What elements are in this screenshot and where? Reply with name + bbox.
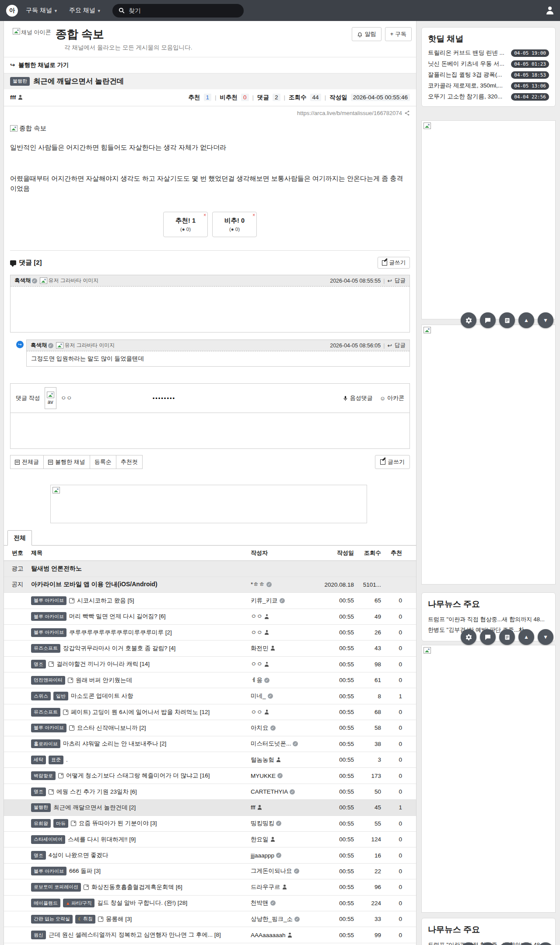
close-icon[interactable]: ×	[203, 213, 206, 217]
post-author[interactable]: 그게돈이되나요	[251, 867, 316, 875]
post-author[interactable]: 한요일	[251, 836, 316, 844]
channel-badge[interactable]: 명조	[31, 788, 46, 796]
post-author[interactable]: 미네_	[251, 692, 316, 700]
table-row[interactable]: 메이플랜드▲파티/구직길드 창설 알바 구합니다. (완!) [28]천박맨00…	[4, 896, 416, 911]
scroll-up-button[interactable]: ▲	[518, 629, 534, 645]
channel-badge[interactable]: 마듀	[53, 819, 68, 828]
goto-channel-link[interactable]: ↪ 불행한 채널로 가기	[4, 57, 416, 74]
channel-badge[interactable]: 블루 아카이브	[31, 628, 66, 637]
channel-posts-button[interactable]: 불행한 채널	[43, 455, 90, 469]
scroll-up-button[interactable]: ▲	[518, 942, 534, 945]
ad-banner[interactable]	[50, 485, 367, 523]
channel-badge[interactable]: 세탁	[31, 756, 46, 764]
table-row[interactable]: 불행한최근에 깨달으면서 놀란건데 [2]fff00:55451	[4, 800, 416, 816]
post-author[interactable]: 천박맨	[251, 899, 316, 907]
post-author[interactable]: 아치요	[251, 724, 316, 732]
channel-badge[interactable]: 블루 아카이브	[31, 596, 66, 605]
chat-button[interactable]	[480, 312, 496, 328]
table-row[interactable]: 원신근데 원신 셀레스티얼까지 정복하고 심연행자 만나면 그 후에... [8…	[4, 927, 416, 943]
share-icon[interactable]	[404, 110, 410, 116]
comment-author[interactable]: 흑색채	[31, 342, 53, 349]
scroll-down-button[interactable]: ▼	[538, 942, 553, 945]
channel-badge[interactable]: ☾취침	[75, 915, 95, 924]
hotdeal-item[interactable]: 잘풀리는집 퀼팅 3겹 광폭(...04-05 18:53	[428, 71, 549, 79]
table-row[interactable]: 명조걸러야할건 끼니가 아니라 캐릭 [14]ㅇㅇ00:55980	[4, 657, 416, 672]
alarm-button[interactable]: 알림	[352, 27, 382, 41]
memo-button[interactable]	[499, 312, 515, 328]
subscribe-button[interactable]: + 구독	[385, 27, 412, 41]
table-row[interactable]: 홀로라이브마츠리 샤워딸 소리는 안 내보내주나 [2]미스터도넛폰...00:…	[4, 736, 416, 752]
table-row[interactable]: 블루 아카이브시코시코하고 왔음 [5]키류_키쿄00:55650	[4, 593, 416, 609]
post-author[interactable]: ㅇㅇ	[251, 660, 316, 668]
recommend-cut-button[interactable]: 추천컷	[116, 455, 143, 469]
user-profile-icon[interactable]	[546, 7, 554, 14]
sort-order-button[interactable]: 등록순	[90, 455, 116, 469]
scroll-down-button[interactable]: ▼	[538, 629, 553, 645]
channel-badge[interactable]: 원신	[31, 931, 46, 939]
post-author[interactable]: ㅔ응	[251, 676, 316, 684]
channel-badge[interactable]: 홀로라이브	[31, 739, 60, 748]
channel-badge[interactable]: ▲파티/구직	[63, 899, 94, 907]
downvote-button[interactable]: × 비추! 0 (● 0)	[212, 212, 257, 237]
arcacon-button[interactable]: ☺ 아카콘	[380, 394, 404, 402]
table-row[interactable]: 블루 아카이브머리 빡빡 밀면 언제 다시 길어짐? [6]ㅇㅇ00:55490	[4, 609, 416, 625]
board-write-button[interactable]: 글쓰기	[375, 455, 410, 469]
channel-badge[interactable]: 블루 아카이브	[31, 612, 66, 621]
scroll-down-button[interactable]: ▼	[538, 312, 553, 328]
channel-badge[interactable]: 스타세이비어	[31, 835, 65, 844]
table-row[interactable]: 블루 아카이브요스타 신작애니보니까 [2]아치요00:55580	[4, 720, 416, 736]
comment-write-button[interactable]: 글쓰기	[378, 257, 410, 269]
scroll-up-button[interactable]: ▲	[518, 312, 534, 328]
post-author[interactable]: ㅇㅇ	[251, 629, 316, 637]
table-row[interactable]: 간판 없는 오락실☾취침몽롱해 [3]상냥한_핑크_소00:55330	[4, 911, 416, 927]
channel-badge[interactable]: 벽람항로	[31, 771, 56, 780]
table-row-ad[interactable]: 광고 탈새범 언론전하노	[4, 561, 416, 577]
channel-badge[interactable]: 로보토미 코퍼레이션	[31, 883, 81, 892]
table-row[interactable]: 던전앤파이터원래 버퍼 안키웠는데ㅔ응00:55610	[4, 672, 416, 688]
reply-button[interactable]: 답글	[395, 342, 406, 349]
chat-button[interactable]	[480, 942, 496, 945]
table-row-notice[interactable]: 공지 아카라이브 모바일 앱 이용 안내(iOS/Android) *ㅎㅎ 20…	[4, 577, 416, 593]
post-author[interactable]: 화전민	[251, 644, 316, 652]
channel-badge[interactable]: 간판 없는 오락실	[31, 915, 73, 924]
channel-badge[interactable]: 유희왕	[31, 819, 51, 828]
memo-button[interactable]	[499, 942, 515, 945]
voice-comment-button[interactable]: 음성댓글	[343, 394, 373, 402]
share-url[interactable]: https://arca.live/b/mentalissue/16678207…	[297, 110, 402, 116]
comment-author[interactable]: 흑색채	[14, 277, 37, 284]
avatar-upload[interactable]: av	[45, 387, 56, 409]
password-input[interactable]	[153, 395, 201, 402]
hotdeal-item[interactable]: 코카콜라 제로제로, 350ml,...04-05 13:06	[428, 82, 549, 90]
table-row[interactable]: 명조에웡 스킨 추가 기원 23일차 [6]CARTETHYIA00:55500	[4, 784, 416, 800]
channel-badge[interactable]: 스위스	[31, 692, 51, 700]
table-row[interactable]: 스타세이비어스세를 다시 위대하게!! [9]한요일00:551240	[4, 832, 416, 847]
post-author[interactable]: CARTETHYIA	[251, 788, 316, 795]
table-row[interactable]: 로보토미 코퍼레이션화상진동호흡출혈검계흑운회덱 [6]드라우구르00:5596…	[4, 879, 416, 895]
post-author[interactable]: MYUKKE	[251, 773, 316, 779]
post-author[interactable]: AAAaaaaaah	[251, 932, 316, 938]
post-author[interactable]: 키류_키쿄	[251, 597, 316, 605]
search-input[interactable]	[129, 7, 229, 14]
post-author[interactable]: jjjaaappp	[251, 852, 316, 859]
ad-banner[interactable]	[421, 645, 556, 913]
chat-button[interactable]	[480, 629, 496, 645]
upvote-button[interactable]: × 추천! 1 (● 0)	[163, 212, 208, 237]
settings-button[interactable]	[461, 312, 476, 328]
channel-badge[interactable]: 표준	[49, 756, 63, 764]
channel-badge[interactable]: 일반	[53, 692, 68, 700]
table-row[interactable]: 유즈소프트페이트) 고딩이 뭔 6시에 일어나서 밥을 차려먹노 [12]ㅇㅇ0…	[4, 704, 416, 720]
menu-major-channels[interactable]: 주요 채널▼	[69, 7, 101, 14]
close-icon[interactable]: ×	[252, 213, 255, 217]
search-box[interactable]	[112, 4, 244, 18]
comment-textarea[interactable]	[10, 413, 410, 448]
channel-badge[interactable]: 불행한	[31, 803, 51, 812]
nickname-input[interactable]	[61, 395, 87, 402]
channel-badge[interactable]: 불행한	[10, 77, 30, 86]
channel-badge[interactable]: 유즈소프트	[31, 644, 60, 653]
hotdeal-item[interactable]: 트릴리온 커브드 밴딩 린넨 ...04-05 19:00	[428, 49, 549, 57]
table-row[interactable]: 세탁표준.털놈농헠00:5530	[4, 752, 416, 768]
hotdeal-item[interactable]: 오뚜기 고소한 참기름, 320...04-04 22:56	[428, 93, 549, 101]
channel-badge[interactable]: 던전앤파이터	[31, 676, 65, 685]
post-author[interactable]: ㅇㅇ	[251, 612, 316, 620]
menu-subscribed-channels[interactable]: 구독 채널▼	[26, 7, 58, 14]
